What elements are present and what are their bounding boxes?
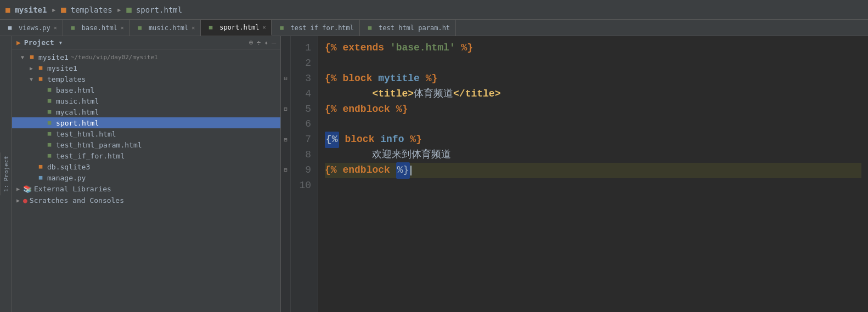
test-if-for-icon: ■ [45, 151, 54, 160]
code-line-6 [325, 117, 861, 132]
line-num-5: 5 [295, 102, 311, 117]
title-file: sport.html [136, 5, 182, 14]
music-html-icon: ■ [45, 97, 54, 105]
line-num-1: 1 [295, 41, 311, 56]
tab-bar: ■ views.py ✕ ■ base.html ✕ ■ music.html … [0, 20, 868, 36]
tab-icon-sport: ■ [206, 23, 215, 32]
fold-icon-3[interactable]: ⊟ [284, 75, 287, 83]
sport-html-icon: ■ [45, 118, 54, 127]
tab-sport-html[interactable]: ■ sport.html ✕ [201, 20, 272, 36]
line-num-2: 2 [295, 56, 311, 71]
tree-item-sport-html[interactable]: ■ sport.html [12, 117, 280, 128]
test-html-param-label: test_html_param.html [56, 141, 142, 149]
title-content: 体育频道 [414, 87, 453, 102]
tree-item-scratches[interactable]: ▶ ● Scratches and Consoles [12, 195, 280, 206]
project-panel-label[interactable]: 1: Project [1, 152, 12, 195]
tab-icon-test-param: ■ [365, 24, 374, 32]
line-num-9: 9 [295, 163, 311, 178]
tree-item-manage-py[interactable]: ■ manage.py [12, 172, 280, 183]
gutter-1 [281, 41, 290, 56]
gutter-10 [281, 178, 290, 194]
tree-item-test-html[interactable]: ■ test_html.html [12, 128, 280, 139]
test-if-for-label: test_if_for.html [56, 152, 125, 160]
mysite1-label: mysite1 [47, 64, 77, 72]
fold-icon-5[interactable]: ⊟ [284, 105, 287, 114]
mysite1-icon: ■ [36, 64, 45, 72]
title-separator1: ▸ [51, 4, 57, 15]
tag-close-9-highlighted: %} [396, 162, 410, 179]
split-icon[interactable]: ÷ [257, 38, 261, 47]
gutter-9: ⊟ [281, 163, 290, 178]
base-html-icon: ■ [45, 86, 54, 94]
templates-arrow: ▼ [30, 76, 36, 82]
title-bar: ■ mysite1 ▸ ■ templates ▸ ■ sport.html [0, 0, 868, 20]
external-libs-label: External Libraries [34, 185, 111, 193]
gutter-6 [281, 117, 290, 132]
tab-icon-views: ■ [5, 24, 14, 32]
code-area: ⊟ ⊟ ⊟ ⊟ 1 2 3 4 [281, 36, 868, 312]
tree-item-test-html-param[interactable]: ■ test_html_param.html [12, 139, 280, 150]
extends-value: 'base.html' [390, 41, 455, 56]
project-folder-icon: ▶ [16, 38, 21, 47]
tree-item-root[interactable]: ▼ ■ mysite1 ~/tedu/vip/day02/mysite1 [12, 52, 280, 63]
project-header-actions[interactable]: ⊕ ÷ ✦ – [249, 38, 276, 47]
tab-test-if-for[interactable]: ■ test if for.html [272, 20, 360, 36]
code-content[interactable]: {% extends 'base.html' %} {% block [318, 36, 868, 312]
block-kw-3: block [342, 71, 372, 87]
gutter-5: ⊟ [281, 102, 290, 117]
tag-open-3: {% [325, 71, 337, 87]
project-icon: ■ [5, 5, 10, 14]
tab-label-sport: sport.html [219, 24, 259, 31]
tab-label-music: music.html [149, 24, 188, 32]
tag-open-9: {% [325, 163, 337, 178]
line-num-10: 10 [295, 178, 311, 194]
add-icon[interactable]: ⊕ [249, 38, 253, 47]
editor-area[interactable]: ⊟ ⊟ ⊟ ⊟ 1 2 3 4 [281, 36, 868, 312]
tree-item-external-libs[interactable]: ▶ 📚 External Libraries [12, 183, 280, 195]
tag-close-3: %} [426, 71, 438, 87]
mycal-html-icon: ■ [45, 107, 54, 116]
tab-test-html-param[interactable]: ■ test html param.ht [360, 20, 456, 36]
code-line-8: 欢迎来到体育频道 [325, 148, 861, 163]
tab-icon-music: ■ [136, 24, 144, 32]
title-templates: templates [71, 5, 112, 14]
fold-icon-7[interactable]: ⊟ [284, 136, 287, 145]
project-panel-header: ▶ Project ▾ ⊕ ÷ ✦ – [12, 36, 280, 49]
tree-item-db[interactable]: ■ db.sqlite3 [12, 161, 280, 172]
code-line-1: {% extends 'base.html' %} [325, 41, 861, 56]
tab-icon-test-if: ■ [277, 24, 286, 32]
tab-label-test-param: test html param.ht [379, 24, 450, 32]
line-8-text: 欢迎来到体育频道 [372, 148, 451, 163]
project-tree: ▼ ■ mysite1 ~/tedu/vip/day02/mysite1 ▶ ■… [12, 49, 280, 312]
tab-close-sport[interactable]: ✕ [262, 24, 266, 30]
tree-item-mycal-html[interactable]: ■ mycal.html [12, 106, 280, 117]
test-html-icon: ■ [45, 129, 54, 138]
line-num-4: 4 [295, 87, 311, 102]
minimize-icon[interactable]: – [272, 38, 276, 47]
tab-base-html[interactable]: ■ base.html ✕ [63, 20, 130, 36]
manage-py-label: manage.py [47, 174, 86, 182]
tag-close-5: %} [396, 102, 408, 117]
tree-item-templates[interactable]: ▼ ■ templates [12, 73, 280, 84]
code-line-9: {% endblock %} [325, 163, 861, 178]
line-num-8: 8 [295, 148, 311, 163]
sport-html-label: sport.html [56, 119, 99, 127]
fold-icon-9[interactable]: ⊟ [284, 166, 287, 175]
tab-label-base: base.html [82, 24, 117, 32]
tree-item-test-if-for[interactable]: ■ test_if_for.html [12, 150, 280, 161]
tree-item-base-html[interactable]: ■ base.html [12, 84, 280, 95]
tree-item-mysite1[interactable]: ▶ ■ mysite1 [12, 63, 280, 73]
title-open-tag: <title> [372, 87, 414, 102]
tab-views-py[interactable]: ■ views.py ✕ [0, 20, 63, 36]
mysite1-arrow: ▶ [30, 65, 36, 71]
tree-item-music-html[interactable]: ■ music.html [12, 95, 280, 106]
code-line-4: <title> 体育频道 </title> [325, 87, 861, 102]
root-path: ~/tedu/vip/day02/mysite1 [71, 54, 158, 61]
tab-music-html[interactable]: ■ music.html ✕ [130, 20, 201, 36]
line-num-6: 6 [295, 117, 311, 132]
line-num-3: 3 [295, 71, 311, 87]
gear-icon[interactable]: ✦ [264, 38, 268, 47]
external-libs-icon: 📚 [23, 185, 32, 193]
block-kw-7: block [345, 132, 374, 148]
tab-icon-base: ■ [69, 24, 77, 32]
